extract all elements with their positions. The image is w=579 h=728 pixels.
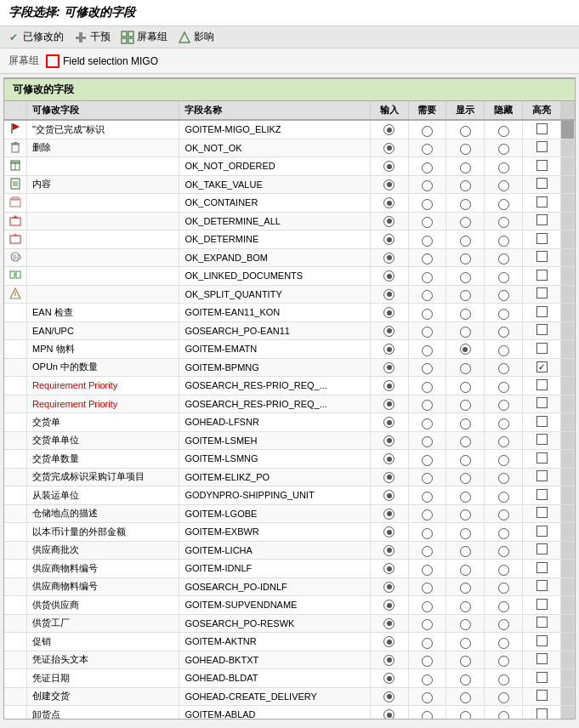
row-radio-hidden[interactable] — [485, 285, 523, 304]
row-radio-hidden[interactable] — [485, 577, 523, 596]
row-checkbox-highlight[interactable] — [523, 669, 561, 688]
row-radio-input[interactable] — [370, 120, 408, 139]
row-radio-hidden[interactable] — [485, 230, 523, 249]
row-radio-required[interactable] — [408, 212, 446, 230]
radio-button[interactable] — [460, 565, 471, 576]
row-radio-required[interactable] — [408, 523, 446, 542]
row-checkbox-highlight[interactable] — [523, 321, 561, 340]
radio-button[interactable] — [460, 162, 471, 173]
row-radio-required[interactable] — [408, 706, 446, 719]
row-radio-input[interactable] — [370, 560, 408, 578]
radio-button[interactable] — [460, 253, 471, 264]
radio-button[interactable] — [460, 199, 471, 210]
row-radio-hidden[interactable] — [485, 687, 523, 706]
row-radio-required[interactable] — [408, 687, 446, 706]
radio-button[interactable] — [383, 545, 395, 556]
radio-button[interactable] — [422, 180, 433, 191]
radio-button[interactable] — [460, 363, 471, 374]
row-radio-hidden[interactable] — [485, 267, 523, 286]
row-checkbox-highlight[interactable] — [523, 377, 561, 395]
row-radio-hidden[interactable] — [485, 194, 523, 213]
radio-button[interactable] — [383, 600, 395, 611]
row-radio-input[interactable] — [370, 431, 408, 450]
radio-button[interactable] — [498, 436, 509, 447]
highlight-checkbox[interactable] — [536, 196, 548, 208]
row-radio-hidden[interactable] — [485, 358, 523, 377]
row-radio-hidden[interactable] — [485, 248, 523, 267]
row-radio-input[interactable] — [370, 377, 408, 395]
radio-button[interactable] — [460, 692, 471, 703]
row-radio-display[interactable] — [446, 248, 485, 267]
row-radio-display[interactable] — [446, 395, 485, 413]
radio-button[interactable] — [498, 492, 509, 503]
row-checkbox-highlight[interactable] — [523, 230, 561, 249]
row-checkbox-highlight[interactable] — [523, 304, 561, 322]
radio-button[interactable] — [383, 380, 395, 391]
radio-button[interactable] — [422, 144, 433, 155]
radio-button[interactable] — [460, 638, 471, 649]
row-radio-input[interactable] — [370, 230, 408, 249]
row-radio-input[interactable] — [370, 706, 408, 719]
row-radio-input[interactable] — [370, 577, 408, 596]
row-radio-input[interactable] — [370, 669, 408, 688]
row-radio-required[interactable] — [408, 468, 446, 486]
radio-button[interactable] — [422, 253, 433, 264]
row-checkbox-highlight[interactable] — [523, 194, 561, 213]
radio-button[interactable] — [498, 327, 509, 338]
radio-button[interactable] — [460, 436, 471, 447]
row-radio-display[interactable] — [446, 321, 485, 340]
radio-button[interactable] — [383, 326, 395, 337]
row-checkbox-highlight[interactable] — [523, 633, 561, 651]
radio-button[interactable] — [498, 638, 509, 649]
row-radio-hidden[interactable] — [485, 157, 523, 176]
radio-button[interactable] — [383, 197, 395, 208]
row-checkbox-highlight[interactable] — [523, 560, 561, 578]
row-radio-display[interactable] — [446, 450, 485, 469]
radio-button[interactable] — [422, 217, 433, 228]
row-radio-required[interactable] — [408, 669, 446, 688]
row-radio-input[interactable] — [370, 596, 408, 615]
radio-button[interactable] — [383, 143, 395, 154]
radio-button[interactable] — [422, 711, 433, 719]
radio-button[interactable] — [498, 309, 509, 320]
radio-button[interactable] — [498, 236, 509, 247]
radio-button[interactable] — [422, 126, 433, 137]
radio-button[interactable] — [422, 619, 433, 630]
highlight-checkbox[interactable] — [536, 361, 548, 373]
row-radio-input[interactable] — [370, 504, 408, 523]
radio-button[interactable] — [383, 253, 395, 264]
radio-button[interactable] — [383, 655, 395, 666]
toolbar-modified[interactable]: ✔ 已修改的 — [7, 30, 64, 44]
row-radio-display[interactable] — [446, 523, 485, 542]
row-radio-display[interactable] — [446, 285, 485, 304]
row-checkbox-highlight[interactable] — [523, 248, 561, 267]
row-radio-display[interactable] — [446, 486, 485, 505]
radio-button[interactable] — [498, 345, 509, 356]
radio-button[interactable] — [383, 289, 395, 300]
row-checkbox-highlight[interactable] — [523, 285, 561, 304]
row-checkbox-highlight[interactable] — [523, 413, 561, 432]
row-radio-input[interactable] — [370, 358, 408, 377]
radio-button[interactable] — [460, 382, 471, 393]
row-checkbox-highlight[interactable] — [523, 157, 561, 176]
radio-button[interactable] — [498, 253, 509, 264]
row-radio-input[interactable] — [370, 651, 408, 669]
highlight-checkbox[interactable] — [536, 434, 548, 445]
highlight-checkbox[interactable] — [536, 470, 548, 481]
row-radio-hidden[interactable] — [485, 669, 523, 688]
row-radio-hidden[interactable] — [485, 614, 523, 633]
highlight-checkbox[interactable] — [536, 178, 548, 189]
radio-button[interactable] — [498, 509, 509, 520]
row-radio-display[interactable] — [446, 267, 485, 286]
radio-button[interactable] — [422, 309, 433, 320]
row-radio-required[interactable] — [408, 248, 446, 267]
row-radio-hidden[interactable] — [485, 139, 523, 157]
radio-button[interactable] — [422, 199, 433, 210]
radio-button[interactable] — [460, 473, 471, 484]
row-radio-display[interactable] — [446, 541, 485, 560]
radio-button[interactable] — [498, 674, 509, 685]
toolbar-intervene[interactable]: 干预 — [74, 30, 111, 44]
radio-button[interactable] — [460, 583, 471, 594]
row-radio-hidden[interactable] — [485, 596, 523, 615]
highlight-checkbox[interactable] — [536, 452, 548, 464]
